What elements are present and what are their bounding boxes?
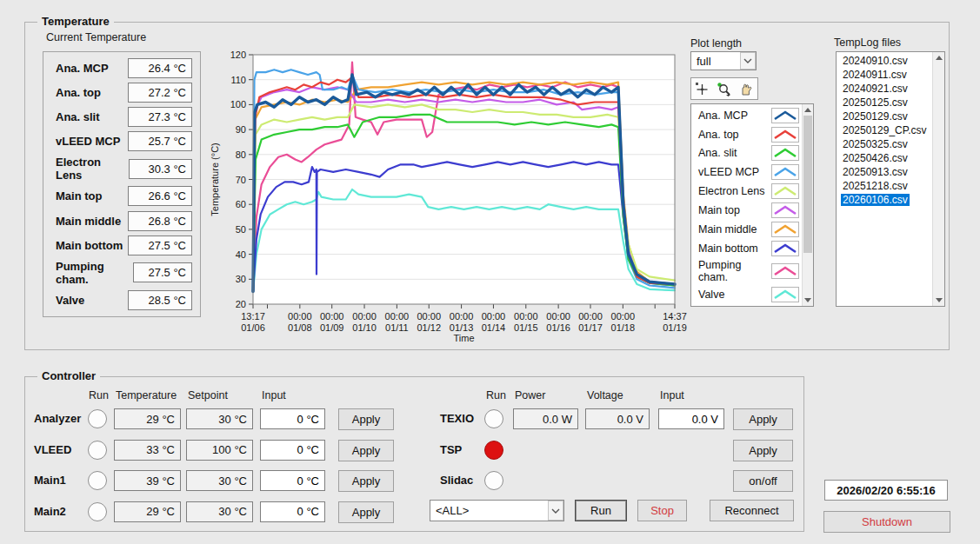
slidac-onoff-button[interactable]: on/off bbox=[733, 470, 793, 492]
temperature-chart: 203040506070809010011012013:1701/0600:00… bbox=[208, 40, 682, 344]
shutdown-button[interactable]: Shutdown bbox=[823, 511, 950, 533]
templog-files-list[interactable]: 20240910.csv20240911.csv20240921.csv2025… bbox=[836, 51, 945, 307]
templog-file-item[interactable]: 20260106.csv bbox=[837, 193, 932, 207]
templog-file-item[interactable]: 20240921.csv bbox=[837, 82, 932, 96]
legend-item[interactable]: Ana. top bbox=[691, 127, 802, 143]
input-field[interactable] bbox=[260, 470, 325, 491]
target-select[interactable]: <ALL> bbox=[430, 500, 564, 521]
svg-text:00:00: 00:00 bbox=[288, 311, 312, 322]
apply-button[interactable]: Apply bbox=[338, 470, 394, 492]
sensor-label: Ana. MCP bbox=[56, 62, 109, 75]
sensor-value-field: 25.7 °C bbox=[128, 131, 192, 151]
legend-color-chip bbox=[771, 222, 799, 237]
apply-button[interactable]: Apply bbox=[338, 408, 394, 430]
sensor-label: Main top bbox=[56, 189, 102, 202]
input-header: Input bbox=[660, 389, 684, 401]
slidac-run-indicator[interactable] bbox=[484, 471, 503, 490]
scroll-down-icon[interactable] bbox=[803, 295, 813, 306]
templog-file-item[interactable]: 20250125.csv bbox=[837, 96, 932, 109]
templog-file-item[interactable]: 20250913.csv bbox=[837, 165, 932, 179]
templog-file-item[interactable]: 20250426.csv bbox=[837, 151, 932, 165]
svg-text:50: 50 bbox=[236, 224, 246, 235]
texio-run-indicator[interactable] bbox=[484, 409, 503, 428]
templog-file-item[interactable]: 20250129_CP.csv bbox=[837, 123, 932, 137]
main2-run-indicator[interactable] bbox=[88, 502, 107, 521]
sensor-row: Ana. top27.2 °C bbox=[43, 83, 200, 103]
pan-tool-button[interactable] bbox=[735, 79, 757, 98]
templog-file-name: 20250129_CP.csv bbox=[841, 124, 929, 136]
legend-item[interactable]: Main bottom bbox=[691, 241, 802, 256]
templog-file-item[interactable]: 20240911.csv bbox=[837, 68, 932, 82]
tsp-apply-button[interactable]: Apply bbox=[733, 440, 793, 461]
input-field[interactable] bbox=[260, 440, 325, 461]
legend-item[interactable]: Main middle bbox=[691, 222, 802, 237]
legend-item[interactable]: Valve bbox=[691, 287, 802, 302]
tsp-run-indicator[interactable] bbox=[484, 441, 503, 460]
input-field[interactable] bbox=[260, 408, 325, 429]
templog-file-name: 20260106.csv bbox=[841, 194, 910, 206]
input-field[interactable] bbox=[260, 501, 325, 522]
legend-item-label: Main middle bbox=[698, 223, 757, 236]
scroll-down-icon[interactable] bbox=[933, 295, 944, 306]
sensor-label: Ana. slit bbox=[56, 110, 100, 123]
svg-text:14:37: 14:37 bbox=[663, 311, 687, 322]
sensor-label: vLEED MCP bbox=[56, 135, 120, 148]
legend-item[interactable]: Electron Lens bbox=[691, 183, 802, 199]
cursor-tool-button[interactable] bbox=[691, 79, 713, 98]
legend-item[interactable]: Ana. slit bbox=[691, 145, 802, 161]
legend-color-chip bbox=[771, 263, 799, 279]
templog-scrollbar[interactable] bbox=[932, 52, 944, 306]
legend-scrollbar-thumb[interactable] bbox=[803, 116, 812, 253]
texio-input-field[interactable] bbox=[658, 408, 724, 429]
voltage-header: Voltage bbox=[587, 389, 623, 401]
legend-item[interactable]: Ana. MCP bbox=[691, 108, 802, 123]
legend-color-chip bbox=[771, 202, 799, 218]
svg-text:30: 30 bbox=[236, 274, 246, 284]
templog-file-name: 20250325.csv bbox=[841, 138, 910, 150]
legend-color-chip bbox=[771, 241, 799, 256]
svg-text:01/13: 01/13 bbox=[450, 322, 474, 333]
scroll-up-icon[interactable] bbox=[933, 52, 944, 63]
sensor-value-field: 27.3 °C bbox=[128, 107, 192, 127]
svg-text:90: 90 bbox=[236, 124, 246, 135]
templog-file-item[interactable]: 20240910.csv bbox=[837, 54, 932, 68]
svg-text:01/08: 01/08 bbox=[288, 322, 312, 333]
legend-item-label: Electron Lens bbox=[698, 185, 764, 197]
texio-voltage-field: 0.0 V bbox=[585, 408, 650, 429]
templog-file-item[interactable]: 20250129.csv bbox=[837, 109, 932, 123]
svg-text:00:00: 00:00 bbox=[417, 311, 441, 322]
main1-run-indicator[interactable] bbox=[88, 471, 107, 490]
legend-color-chip bbox=[771, 145, 799, 161]
stop-button[interactable]: Stop bbox=[637, 500, 687, 521]
templog-file-item[interactable]: 20250325.csv bbox=[837, 137, 932, 151]
plot-length-select[interactable]: full bbox=[690, 51, 757, 70]
sensor-label: Ana. top bbox=[56, 86, 101, 99]
plot-length-value: full bbox=[691, 55, 740, 68]
vleed-run-indicator[interactable] bbox=[88, 441, 107, 460]
zoom-tool-button[interactable] bbox=[713, 79, 735, 98]
legend-item[interactable]: vLEED MCP bbox=[691, 164, 802, 180]
svg-text:80: 80 bbox=[236, 149, 246, 160]
scroll-up-icon[interactable] bbox=[803, 104, 813, 116]
legend-item[interactable]: Pumping cham. bbox=[691, 259, 802, 283]
sensor-row: vLEED MCP25.7 °C bbox=[43, 131, 200, 151]
sensor-value-field: 27.5 °C bbox=[128, 236, 192, 255]
analyzer-run-indicator[interactable] bbox=[88, 409, 107, 428]
svg-text:01/11: 01/11 bbox=[385, 322, 409, 333]
hand-icon bbox=[738, 82, 753, 96]
reconnect-button[interactable]: Reconnect bbox=[710, 500, 794, 521]
legend-scrollbar[interactable] bbox=[802, 104, 813, 306]
templog-file-name: 20250129.csv bbox=[841, 110, 910, 123]
sensor-row: Electron Lens30.3 °C bbox=[43, 156, 200, 182]
sensor-row: Main top26.6 °C bbox=[43, 186, 200, 206]
run-button[interactable]: Run bbox=[575, 500, 627, 521]
svg-text:00:00: 00:00 bbox=[385, 311, 410, 322]
legend-item[interactable]: Main top bbox=[691, 202, 802, 218]
templog-file-item[interactable]: 20251218.csv bbox=[837, 179, 932, 193]
legend-item-label: Pumping cham. bbox=[698, 259, 771, 283]
power-header: Power bbox=[515, 389, 545, 401]
legend-item-label: Ana. slit bbox=[698, 147, 737, 159]
apply-button[interactable]: Apply bbox=[338, 501, 394, 523]
texio-apply-button[interactable]: Apply bbox=[733, 408, 793, 430]
apply-button[interactable]: Apply bbox=[338, 440, 394, 461]
